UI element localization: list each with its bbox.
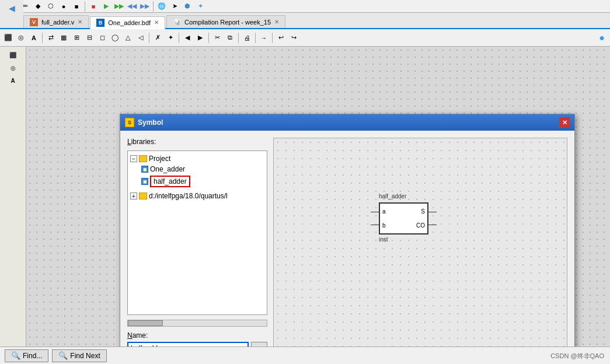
tree-item-one-adder[interactable]: ◼ One_adder [130, 164, 264, 174]
dialog-close-button[interactable]: ✕ [559, 117, 570, 128]
tb-copy[interactable]: ⧉ [224, 32, 236, 44]
tb-arrow[interactable]: ◁ [135, 32, 147, 44]
intelfpga-expand[interactable]: + [130, 192, 137, 200]
find-button[interactable]: 🔍 Find... [5, 349, 48, 362]
tb-oval[interactable]: ◯ [109, 32, 121, 44]
play-fast-icon[interactable]: ▶▶ [113, 1, 125, 12]
tb-arrow2[interactable]: → [258, 32, 270, 44]
tb-wire[interactable]: ⇄ [45, 32, 57, 44]
scrollbar-thumb[interactable] [128, 320, 163, 326]
port-line-a [371, 212, 380, 212]
tb-sep5 [238, 33, 239, 43]
half-adder-label: half_adder [150, 176, 190, 187]
port-a-inner: a [382, 208, 386, 215]
tab-bar: ◀ V full_adder.v ✕ B One_adder.bdf ✕ 📊 C… [0, 13, 610, 29]
tb-fwd[interactable]: ▶ [194, 32, 206, 44]
find-icon: 🔍 [11, 351, 20, 360]
square-icon[interactable]: ■ [71, 1, 82, 12]
symbol-instance-label: inst [379, 236, 388, 243]
tb-select[interactable]: ⬛ [2, 32, 14, 44]
dialog-titlebar: S Symbol ✕ [120, 114, 574, 131]
circle-icon[interactable]: ● [58, 1, 69, 12]
tb-text[interactable]: A [28, 32, 40, 44]
stop-icon[interactable]: ■ [88, 1, 99, 12]
dialog-body: Libraries: − Project ◼ One [120, 131, 574, 364]
top-toolbar: ▼ ✏ ◆ ⬡ ● ■ ■ ▶ ▶▶ ◀◀ ▶▶ 🌐 ➤ ⬢ ✦ [0, 0, 610, 13]
report-icon: 📊 [173, 18, 181, 26]
port-s-inner: S [421, 208, 425, 215]
intelfpga-folder-icon [139, 192, 147, 200]
one-adder-chip-icon: ◼ [141, 166, 148, 173]
tab-full-adder[interactable]: V full_adder.v ✕ [23, 15, 89, 28]
verilog-icon: V [30, 18, 38, 26]
rewind-icon[interactable]: ◀◀ [126, 1, 138, 12]
main-area: ⬛ ◎ A S Symbol ✕ Libraries: [0, 47, 610, 346]
port-line-co [427, 225, 437, 225]
tb-undo[interactable]: ↩ [275, 32, 287, 44]
toolbar-sep-2 [85, 1, 85, 12]
tree-item-half-adder[interactable]: ◼ half_adder [130, 174, 264, 188]
ff-icon[interactable]: ▶▶ [139, 1, 151, 12]
find-label: Find... [23, 352, 42, 360]
tab-one-adder-label: One_adder.bdf [108, 19, 151, 26]
tb-help[interactable]: ● [596, 32, 608, 44]
tb-zoom[interactable]: ◎ [15, 32, 27, 44]
find-next-label: Find Next [70, 352, 100, 360]
tree-item-project[interactable]: − Project [130, 153, 264, 164]
tab-compilation-close[interactable]: ✕ [274, 19, 279, 25]
project-expand[interactable]: − [130, 155, 137, 162]
half-adder-chip-icon: ◼ [141, 178, 148, 185]
second-toolbar: ⬛ ◎ A ⇄ ▦ ⊞ ⊟ ◻ ◯ △ ◁ ✗ ✦ ◀ ▶ ✂ ⧉ 🖨 → ↩ … [0, 29, 610, 47]
port-co-inner: CO [416, 222, 425, 229]
tb-shrink[interactable]: ⊟ [83, 32, 95, 44]
tree-item-intelfpga[interactable]: + d:/intelfpga/18.0/quartus/l [130, 191, 264, 201]
tb-grid1[interactable]: ▦ [58, 32, 69, 44]
tb-rect[interactable]: ◻ [96, 32, 108, 44]
tb-back[interactable]: ◀ [182, 32, 193, 44]
chip-icon[interactable]: ⬢ [182, 1, 193, 12]
tb-star[interactable]: ✦ [165, 32, 176, 44]
dialog-title-area: S Symbol [125, 118, 163, 127]
tb-sep1 [42, 33, 43, 43]
play-icon[interactable]: ▶ [100, 1, 112, 12]
tb-sep3 [179, 33, 179, 43]
tab-full-adder-close[interactable]: ✕ [78, 19, 82, 25]
hex-icon[interactable]: ⬡ [45, 1, 57, 12]
tb-sep7 [272, 33, 273, 43]
project-label: Project [149, 155, 170, 163]
left-sidebar: ⬛ ◎ A [0, 47, 26, 346]
sb-icon1[interactable]: ⬛ [7, 49, 19, 61]
intelfpga-label: d:/intelfpga/18.0/quartus/l [149, 192, 228, 200]
symbol-box: a b S CO [379, 202, 428, 235]
dialog-title-icon: S [125, 118, 134, 127]
tb-redo[interactable]: ↪ [288, 32, 299, 44]
nav-icon[interactable]: ◀ [6, 2, 18, 14]
tab-compilation[interactable]: 📊 Compilation Report - week_15 ✕ [166, 15, 285, 28]
find-next-icon: 🔍 [58, 351, 68, 360]
find-next-button[interactable]: 🔍 Find Next [52, 349, 106, 362]
asterisk-icon[interactable]: ✦ [194, 1, 206, 12]
libraries-label-text: Libraries: [127, 138, 156, 146]
watermark: CSDN @终非QAO [550, 352, 604, 360]
diamond-icon[interactable]: ◆ [32, 1, 44, 12]
libraries-label: Libraries: [127, 138, 267, 146]
tb-print[interactable]: 🖨 [241, 32, 253, 44]
tb-x[interactable]: ✗ [152, 32, 163, 44]
dialog-title-text: Symbol [138, 118, 163, 127]
tb-tri[interactable]: △ [122, 32, 134, 44]
tab-one-adder[interactable]: B One_adder.bdf ✕ [90, 16, 165, 29]
tab-one-adder-close[interactable]: ✕ [154, 19, 159, 26]
tb-sep6 [255, 33, 256, 43]
library-tree[interactable]: − Project ◼ One_adder [127, 150, 267, 315]
sb-icon3[interactable]: A [7, 75, 19, 86]
port-b-inner: b [382, 222, 386, 229]
tree-scrollbar[interactable] [127, 320, 267, 327]
sb-icon2[interactable]: ◎ [7, 62, 19, 74]
tb-cut[interactable]: ✂ [211, 32, 223, 44]
toolbar-sep-3 [153, 1, 154, 12]
arrow-icon[interactable]: ➤ [169, 1, 180, 12]
symbol-name-label: half_adder [379, 193, 406, 200]
tb-expand[interactable]: ⊞ [71, 32, 82, 44]
globe-icon[interactable]: 🌐 [156, 1, 168, 12]
symbol-preview-panel: half_adder a b S CO [273, 138, 567, 364]
